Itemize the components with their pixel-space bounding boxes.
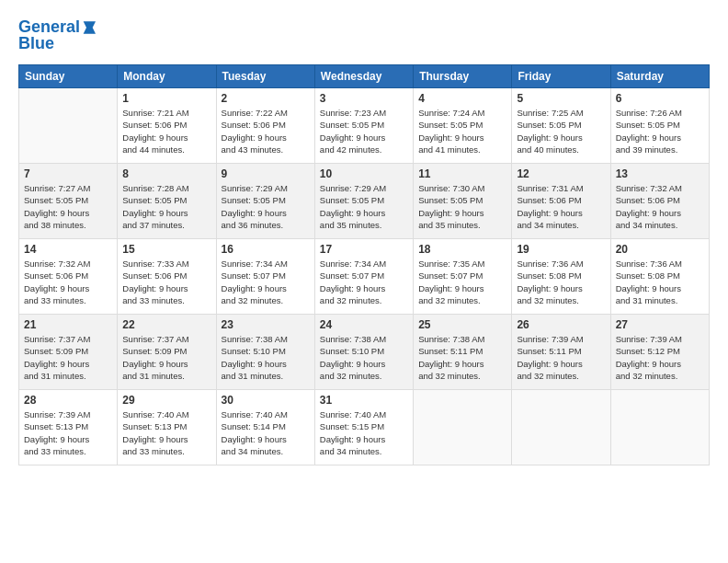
day-number: 14 [24,243,112,256]
day-info: Sunrise: 7:38 AM Sunset: 5:11 PM Dayligh… [418,333,506,382]
day-number: 20 [616,243,704,256]
calendar-cell: 27Sunrise: 7:39 AM Sunset: 5:12 PM Dayli… [610,315,709,390]
day-number: 5 [517,92,605,105]
day-number: 10 [320,167,408,180]
day-info: Sunrise: 7:23 AM Sunset: 5:05 PM Dayligh… [320,107,408,155]
header: General Blue [18,18,710,53]
day-info: Sunrise: 7:22 AM Sunset: 5:06 PM Dayligh… [222,107,310,155]
calendar-cell: 21Sunrise: 7:37 AM Sunset: 5:09 PM Dayli… [19,315,118,390]
calendar-cell [414,390,512,465]
calendar-cell: 13Sunrise: 7:32 AM Sunset: 5:06 PM Dayli… [610,164,709,239]
day-number: 19 [517,243,605,256]
day-info: Sunrise: 7:33 AM Sunset: 5:06 PM Dayligh… [122,258,210,306]
calendar-cell: 18Sunrise: 7:35 AM Sunset: 5:07 PM Dayli… [414,239,512,315]
calendar-cell: 30Sunrise: 7:40 AM Sunset: 5:14 PM Dayli… [216,390,314,465]
day-info: Sunrise: 7:37 AM Sunset: 5:09 PM Dayligh… [24,333,112,382]
day-info: Sunrise: 7:35 AM Sunset: 5:07 PM Dayligh… [418,258,506,306]
day-info: Sunrise: 7:30 AM Sunset: 5:05 PM Dayligh… [418,182,506,231]
calendar-cell: 17Sunrise: 7:34 AM Sunset: 5:07 PM Dayli… [314,239,413,315]
day-number: 21 [24,318,112,331]
calendar-week-row: 21Sunrise: 7:37 AM Sunset: 5:09 PM Dayli… [19,315,710,390]
day-info: Sunrise: 7:28 AM Sunset: 5:05 PM Dayligh… [122,182,210,231]
calendar-week-row: 14Sunrise: 7:32 AM Sunset: 5:06 PM Dayli… [19,239,710,315]
day-number: 28 [24,394,112,407]
calendar-cell: 8Sunrise: 7:28 AM Sunset: 5:05 PM Daylig… [118,164,216,239]
day-number: 11 [418,167,506,180]
calendar-header-sunday: Sunday [19,65,118,88]
day-info: Sunrise: 7:27 AM Sunset: 5:05 PM Dayligh… [24,182,112,231]
day-info: Sunrise: 7:34 AM Sunset: 5:07 PM Dayligh… [320,258,408,306]
day-number: 2 [222,92,310,105]
day-number: 30 [222,394,310,407]
day-number: 22 [122,318,210,331]
calendar-cell: 11Sunrise: 7:30 AM Sunset: 5:05 PM Dayli… [414,164,512,239]
calendar-cell: 16Sunrise: 7:34 AM Sunset: 5:07 PM Dayli… [216,239,314,315]
calendar-cell: 3Sunrise: 7:23 AM Sunset: 5:05 PM Daylig… [314,88,413,164]
calendar-cell: 1Sunrise: 7:21 AM Sunset: 5:06 PM Daylig… [118,88,216,164]
day-info: Sunrise: 7:38 AM Sunset: 5:10 PM Dayligh… [320,333,408,382]
day-number: 8 [122,167,210,180]
calendar-header-friday: Friday [512,65,610,88]
calendar-header-saturday: Saturday [610,65,709,88]
day-info: Sunrise: 7:38 AM Sunset: 5:10 PM Dayligh… [222,333,310,382]
day-number: 15 [122,243,210,256]
calendar-cell: 24Sunrise: 7:38 AM Sunset: 5:10 PM Dayli… [314,315,413,390]
day-info: Sunrise: 7:21 AM Sunset: 5:06 PM Dayligh… [122,107,210,155]
day-info: Sunrise: 7:32 AM Sunset: 5:06 PM Dayligh… [24,258,112,306]
logo-text2: Blue [18,35,54,53]
logo-flag-icon [82,18,100,37]
calendar-header-wednesday: Wednesday [314,65,413,88]
calendar-week-row: 28Sunrise: 7:39 AM Sunset: 5:13 PM Dayli… [19,390,710,465]
calendar-header-thursday: Thursday [414,65,512,88]
calendar-cell: 5Sunrise: 7:25 AM Sunset: 5:05 PM Daylig… [512,88,610,164]
calendar-cell: 20Sunrise: 7:36 AM Sunset: 5:08 PM Dayli… [610,239,709,315]
calendar-cell: 22Sunrise: 7:37 AM Sunset: 5:09 PM Dayli… [118,315,216,390]
day-number: 6 [616,92,704,105]
calendar-week-row: 1Sunrise: 7:21 AM Sunset: 5:06 PM Daylig… [19,88,710,164]
day-info: Sunrise: 7:39 AM Sunset: 5:12 PM Dayligh… [616,333,704,382]
logo: General Blue [18,18,100,53]
day-info: Sunrise: 7:26 AM Sunset: 5:05 PM Dayligh… [616,107,704,155]
calendar-cell [19,88,118,164]
day-number: 31 [320,394,408,407]
calendar-header-row: SundayMondayTuesdayWednesdayThursdayFrid… [19,65,710,88]
calendar-cell: 2Sunrise: 7:22 AM Sunset: 5:06 PM Daylig… [216,88,314,164]
day-number: 13 [616,167,704,180]
day-info: Sunrise: 7:39 AM Sunset: 5:13 PM Dayligh… [24,408,112,457]
day-info: Sunrise: 7:34 AM Sunset: 5:07 PM Dayligh… [222,258,310,306]
page: General Blue SundayMondayTuesdayWednesda… [0,0,728,563]
day-number: 3 [320,92,408,105]
day-number: 16 [222,243,310,256]
calendar-header-monday: Monday [118,65,216,88]
day-number: 27 [616,318,704,331]
svg-marker-0 [84,22,96,34]
day-info: Sunrise: 7:37 AM Sunset: 5:09 PM Dayligh… [122,333,210,382]
calendar-cell: 14Sunrise: 7:32 AM Sunset: 5:06 PM Dayli… [19,239,118,315]
day-number: 24 [320,318,408,331]
calendar-cell: 4Sunrise: 7:24 AM Sunset: 5:05 PM Daylig… [414,88,512,164]
calendar-cell: 29Sunrise: 7:40 AM Sunset: 5:13 PM Dayli… [118,390,216,465]
calendar-cell: 19Sunrise: 7:36 AM Sunset: 5:08 PM Dayli… [512,239,610,315]
day-info: Sunrise: 7:40 AM Sunset: 5:13 PM Dayligh… [122,408,210,457]
day-number: 9 [222,167,310,180]
calendar-cell: 28Sunrise: 7:39 AM Sunset: 5:13 PM Dayli… [19,390,118,465]
day-number: 12 [517,167,605,180]
calendar-cell: 31Sunrise: 7:40 AM Sunset: 5:15 PM Dayli… [314,390,413,465]
day-info: Sunrise: 7:32 AM Sunset: 5:06 PM Dayligh… [616,182,704,231]
day-number: 29 [122,394,210,407]
calendar-cell [610,390,709,465]
calendar-cell: 6Sunrise: 7:26 AM Sunset: 5:05 PM Daylig… [610,88,709,164]
day-info: Sunrise: 7:29 AM Sunset: 5:05 PM Dayligh… [222,182,310,231]
calendar-cell: 10Sunrise: 7:29 AM Sunset: 5:05 PM Dayli… [314,164,413,239]
day-info: Sunrise: 7:36 AM Sunset: 5:08 PM Dayligh… [616,258,704,306]
day-number: 1 [122,92,210,105]
day-info: Sunrise: 7:36 AM Sunset: 5:08 PM Dayligh… [517,258,605,306]
calendar-cell: 7Sunrise: 7:27 AM Sunset: 5:05 PM Daylig… [19,164,118,239]
day-number: 25 [418,318,506,331]
calendar-cell: 9Sunrise: 7:29 AM Sunset: 5:05 PM Daylig… [216,164,314,239]
calendar-cell: 12Sunrise: 7:31 AM Sunset: 5:06 PM Dayli… [512,164,610,239]
calendar-cell: 23Sunrise: 7:38 AM Sunset: 5:10 PM Dayli… [216,315,314,390]
day-info: Sunrise: 7:25 AM Sunset: 5:05 PM Dayligh… [517,107,605,155]
day-info: Sunrise: 7:40 AM Sunset: 5:15 PM Dayligh… [320,408,408,457]
day-number: 7 [24,167,112,180]
